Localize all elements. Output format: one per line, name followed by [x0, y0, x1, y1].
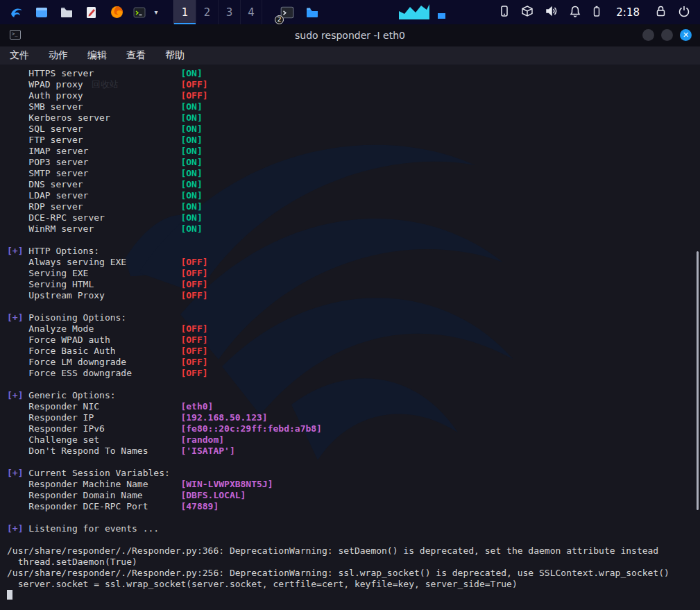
- terminal-line: server.socket = ssl.wrap_socket(server.s…: [7, 579, 700, 590]
- terminal-line: DNS server [ON]: [7, 179, 700, 190]
- notifications-bell-icon[interactable]: [569, 5, 581, 20]
- scrollbar-thumb[interactable]: [697, 251, 699, 510]
- terminal-line: Responder IPv6 [fe80::20c:29ff:febd:a7b8…: [7, 423, 700, 434]
- terminal-line: Force Basic Auth [OFF]: [7, 346, 700, 357]
- terminal-line: [7, 512, 700, 523]
- terminal-line: Serving HTML [OFF]: [7, 279, 700, 290]
- taskbar-terminal-window-button[interactable]: 2: [276, 2, 298, 23]
- terminal-window: sudo responder -I eth0 ✕ 文件 动作 编辑 查看 帮助 …: [0, 24, 700, 610]
- maximize-button[interactable]: [661, 29, 673, 41]
- file-manager-launcher[interactable]: [56, 2, 78, 23]
- terminal-line: [+] Poisoning Options:: [7, 312, 700, 323]
- terminal-line: [+] Current Session Variables:: [7, 468, 700, 479]
- terminal-line: Don't Respond To Names ['ISATAP']: [7, 446, 700, 457]
- window-app-icon: [35, 6, 49, 19]
- terminal-line: Challenge set [random]: [7, 434, 700, 446]
- terminal-line: WPAD proxy [OFF]: [7, 79, 700, 90]
- menu-item-help[interactable]: 帮助: [165, 49, 185, 62]
- terminal-line: SQL server [ON]: [7, 124, 700, 135]
- workspace-button-2[interactable]: 2: [196, 0, 218, 24]
- terminal-line: [+] Listening for events ...: [7, 523, 700, 534]
- menu-item-edit[interactable]: 编辑: [87, 49, 107, 62]
- menu-item-view[interactable]: 查看: [126, 49, 146, 62]
- terminal-line: /usr/share/responder/./Responder.py:256:…: [7, 568, 700, 579]
- terminal-line: thread.setDaemon(True): [7, 557, 700, 568]
- top-panel: ▾ 1234 2: [0, 0, 700, 24]
- terminal-line: SMB server [ON]: [7, 101, 700, 112]
- terminal-line: [7, 534, 700, 545]
- terminal-line: Auth proxy [OFF]: [7, 90, 700, 101]
- text-editor-icon: [85, 6, 99, 19]
- close-button[interactable]: ✕: [680, 29, 692, 41]
- window-terminal-icon: [10, 30, 21, 40]
- removable-device-icon[interactable]: [499, 5, 510, 20]
- terminal-line: WinRM server [ON]: [7, 223, 700, 235]
- workspace-button-4[interactable]: 4: [240, 0, 262, 24]
- firefox-icon: [110, 5, 124, 19]
- system-monitor-widget[interactable]: [398, 1, 447, 24]
- kali-logo-icon: [9, 5, 24, 20]
- terminal-line: Upstream Proxy [OFF]: [7, 290, 700, 301]
- terminal-line: Responder DCE-RPC Port [47889]: [7, 501, 700, 512]
- terminal-line: [7, 301, 700, 312]
- system-tray: 2:18: [499, 5, 690, 20]
- terminal-line: Responder Domain Name [DBFS.LOCAL]: [7, 490, 700, 501]
- volume-icon[interactable]: [545, 5, 558, 20]
- terminal-output: HTTPS server [ON] WPAD proxy [OFF] Auth …: [0, 65, 700, 601]
- terminal-line: Force ESS downgrade [OFF]: [7, 368, 700, 379]
- battery-icon[interactable]: [592, 5, 601, 20]
- terminal-line: Force LM downgrade [OFF]: [7, 357, 700, 368]
- terminal-icon: [133, 6, 146, 19]
- terminal-line: SMTP server [ON]: [7, 168, 700, 179]
- terminal-launcher[interactable]: [130, 2, 148, 23]
- terminal-line: LDAP server [ON]: [7, 190, 700, 201]
- window-app-launcher[interactable]: [31, 2, 53, 23]
- terminal-line: DCE-RPC server [ON]: [7, 212, 700, 223]
- terminal-line: Serving EXE [OFF]: [7, 268, 700, 279]
- terminal-line: /usr/share/responder/./Responder.py:366:…: [7, 545, 700, 557]
- chevron-down-icon[interactable]: ▾: [151, 8, 161, 16]
- terminal-line: [+] Generic Options:: [7, 390, 700, 401]
- clock[interactable]: 2:18: [612, 6, 644, 19]
- workspace-button-3[interactable]: 3: [218, 0, 240, 24]
- terminal-line: Force WPAD auth [OFF]: [7, 334, 700, 346]
- menu-item-file[interactable]: 文件: [10, 49, 29, 62]
- taskbar-files-window-button[interactable]: [301, 2, 323, 23]
- terminal-line: FTP server [ON]: [7, 135, 700, 146]
- terminal-line: Kerberos server [ON]: [7, 112, 700, 124]
- blue-folder-icon: [305, 6, 319, 19]
- terminal-viewport[interactable]: 回收站 HTTPS server [ON] WPAD proxy [OFF] A…: [0, 65, 700, 610]
- titlebar[interactable]: sudo responder -I eth0 ✕: [0, 24, 700, 46]
- terminal-line: POP3 server [ON]: [7, 157, 700, 168]
- folder-icon: [60, 6, 74, 19]
- workspace-switcher: 1234: [173, 0, 262, 24]
- power-icon[interactable]: [678, 5, 690, 20]
- terminal-line: Analyze Mode [OFF]: [7, 323, 700, 334]
- terminal-line: [7, 235, 700, 246]
- package-icon[interactable]: [521, 5, 533, 20]
- kali-menu-button[interactable]: [6, 2, 28, 23]
- terminal-line: IMAP server [ON]: [7, 146, 700, 157]
- menubar: 文件 动作 编辑 查看 帮助: [0, 46, 700, 65]
- terminal-line: [+] HTTP Options:: [7, 246, 700, 257]
- window-count-badge: 2: [275, 15, 284, 24]
- terminal-line: [7, 457, 700, 468]
- firefox-launcher[interactable]: [105, 2, 128, 23]
- menu-item-actions[interactable]: 动作: [49, 49, 68, 62]
- terminal-line: Always serving EXE [OFF]: [7, 257, 700, 268]
- terminal-line: [7, 379, 700, 390]
- terminal-cursor: [7, 590, 12, 600]
- lock-icon[interactable]: [655, 5, 667, 20]
- minimize-button[interactable]: [642, 29, 654, 41]
- terminal-line: Responder NIC [eth0]: [7, 401, 700, 412]
- terminal-line: RDP server [ON]: [7, 201, 700, 212]
- window-title: sudo responder -I eth0: [295, 30, 405, 41]
- workspace-button-1[interactable]: 1: [173, 0, 196, 24]
- text-editor-launcher[interactable]: [80, 2, 103, 23]
- terminal-line: Responder Machine Name [WIN-LVWPXB8NT5J]: [7, 479, 700, 490]
- terminal-line: [7, 590, 700, 601]
- terminal-line: Responder IP [192.168.50.123]: [7, 412, 700, 423]
- terminal-line: HTTPS server [ON]: [7, 68, 700, 79]
